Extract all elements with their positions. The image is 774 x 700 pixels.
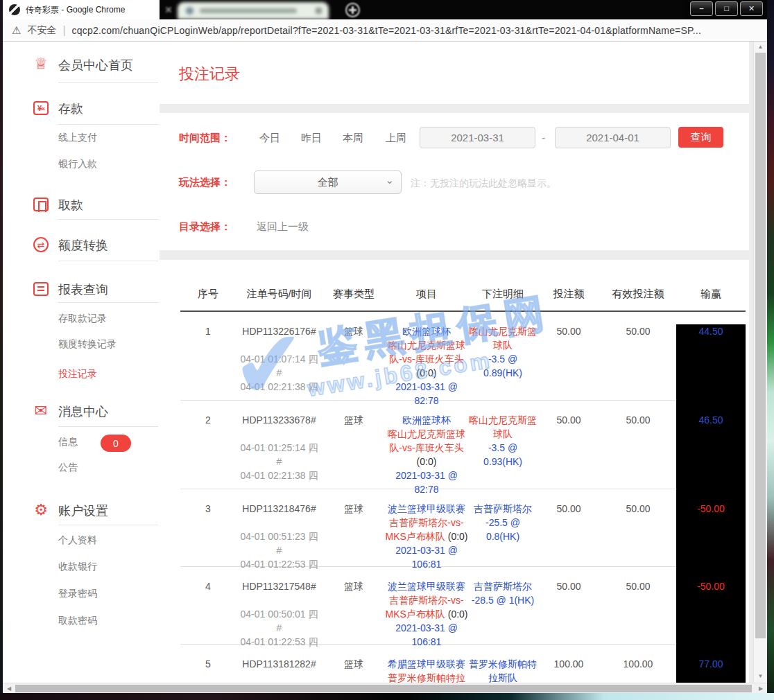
order-cell: HDP113181282# 03-31 23:34:41 三 <box>236 657 322 683</box>
url-field[interactable]: cqcp2.com/chuanQiCPLoginWeb/app/reportDe… <box>72 25 701 36</box>
row-index: 2 <box>180 413 236 489</box>
final-score: 2021-03-31 @ 82:78 <box>385 469 468 496</box>
play-select-dropdown[interactable]: 全部 ⌄ <box>254 170 402 194</box>
event-cell: 希腊篮球甲级联赛 普罗米修斯帕特拉斯队-vs-阿里斯 <box>385 657 468 683</box>
pick-team: 喀山尤尼克斯篮球队 <box>468 413 538 441</box>
horizontal-scroll-thumb[interactable] <box>15 685 752 692</box>
sidebar-item-profile[interactable]: 个人资料 <box>58 534 97 547</box>
bet-amount: 50.00 <box>538 579 600 644</box>
scroll-up-arrow-icon[interactable]: ▲ <box>754 42 767 52</box>
row-index: 3 <box>180 502 236 566</box>
blurred-tab-close-icon[interactable] <box>316 8 322 14</box>
sidebar-item-login-password[interactable]: 登录密码 <box>58 588 97 600</box>
query-button[interactable]: 查询 <box>678 127 723 148</box>
bet-time: 04-01 00:50:01 四 <box>236 607 322 621</box>
order-number: HDP113217548# <box>236 579 322 593</box>
crown-glyph: ♕ <box>34 55 48 73</box>
scroll-down-arrow-icon[interactable]: ▼ <box>754 671 767 681</box>
scroll-left-arrow-icon[interactable]: ◀ <box>4 683 14 693</box>
live-score: (0:0) <box>417 456 437 467</box>
time-separator: # <box>236 543 322 557</box>
messages-count-badge: 0 <box>101 435 131 452</box>
order-cell: HDP113217548# 04-01 00:50:01 四 # 04-01 0… <box>236 579 322 644</box>
maximize-button[interactable]: □ <box>715 1 738 16</box>
event-cell: 波兰篮球甲级联赛 吉普萨斯塔尔-vs-MKS卢布林队 (0:0) 2021-03… <box>385 502 468 566</box>
table-row: 5 HDP113181282# 03-31 23:34:41 三 篮球 希腊篮球… <box>180 645 746 683</box>
table-row: 4 HDP113217548# 04-01 00:50:01 四 # 04-01… <box>180 567 746 645</box>
odds-line: -3.5 @ 0.89(HK) <box>468 352 538 380</box>
quick-range-yesterday[interactable]: 昨日 <box>301 132 322 145</box>
row-index: 4 <box>180 579 236 644</box>
sidebar-item-withdraw[interactable]: 取款 <box>58 197 83 213</box>
valid-amount: 50.00 <box>600 502 676 566</box>
sidebar-item-deposit[interactable]: 存款 <box>58 100 83 117</box>
security-label[interactable]: 不安全 <box>27 24 56 37</box>
new-tab-button[interactable] <box>345 3 360 17</box>
sidebar-item-quota-convert-records[interactable]: 额度转换记录 <box>58 338 117 351</box>
win-loss-value: 77.00 <box>676 657 746 683</box>
sidebar-divider <box>58 426 158 427</box>
scroll-right-arrow-icon[interactable]: ▶ <box>756 683 766 693</box>
live-score: (0:0) <box>448 609 468 620</box>
bet-amount: 50.00 <box>538 324 600 400</box>
time-separator: # <box>236 366 322 380</box>
table-row: 3 HDP113218476# 04-01 00:51:23 四 # 04-01… <box>180 489 746 567</box>
order-number: HDP113233678# <box>236 413 322 427</box>
sidebar-item-deposit-withdraw-records[interactable]: 存取款记录 <box>58 313 107 325</box>
bet-detail-cell: 喀山尤尼克斯篮球队 -3.5 @ 0.89(HK) <box>468 324 538 400</box>
sidebar-item-online-payment[interactable]: 线上支付 <box>58 132 97 144</box>
quick-range-this-week[interactable]: 本周 <box>343 132 363 145</box>
final-score: 2021-03-31 @ 106:81 <box>385 621 468 649</box>
order-cell: HDP113233678# 04-01 01:25:14 四 # 04-01 0… <box>236 413 322 489</box>
horizontal-scrollbar[interactable]: ◀ ▶ <box>3 683 767 693</box>
pick-team: 普罗米修斯帕特拉斯队 <box>468 657 538 683</box>
sidebar-item-report-query[interactable]: 报表查询 <box>58 281 108 298</box>
event-cell: 波兰篮球甲级联赛 吉普萨斯塔尔-vs-MKS卢布林队 (0:0) 2021-03… <box>385 579 468 644</box>
sidebar-item-receiving-bank[interactable]: 收款银行 <box>58 561 97 573</box>
window-controls: – □ ✕ <box>690 1 763 16</box>
sidebar-item-withdraw-password[interactable]: 取款密码 <box>58 615 97 627</box>
address-bar: ⚠ 不安全 | cqcp2.com/chuanQiCPLoginWeb/app/… <box>3 19 767 42</box>
sidebar-item-announcements[interactable]: 公告 <box>58 462 78 474</box>
teams-line: 吉普萨斯塔尔-vs-MKS卢布林队 (0:0) <box>385 593 468 621</box>
col-win-loss: 输赢 <box>676 288 746 301</box>
vertical-scrollbar[interactable]: ▲ ▼ <box>753 42 767 683</box>
site-favicon-icon <box>9 4 20 15</box>
row-index: 5 <box>180 657 236 683</box>
teams-line: 普罗米修斯帕特拉斯队-vs-阿里斯 <box>385 671 468 683</box>
blurred-close-icon[interactable] <box>165 6 172 13</box>
order-number: HDP113181282# <box>236 657 322 671</box>
not-secure-warning-icon[interactable]: ⚠ <box>12 24 21 37</box>
bet-amount: 50.00 <box>538 502 600 566</box>
page-content: ♕ 会员中心首页 存款 线上支付 银行入款 取款 ⇄ 额度转换 报表查询 存取款… <box>3 42 767 693</box>
sidebar-item-bank-deposit[interactable]: 银行入款 <box>58 158 97 170</box>
gear-glyph: ⚙ <box>34 501 48 519</box>
sidebar-divider <box>58 525 158 525</box>
sidebar-item-member-home[interactable]: 会员中心首页 <box>58 57 133 73</box>
col-index: 序号 <box>180 288 236 301</box>
sidebar-divider <box>58 219 158 220</box>
live-score: (0:0) <box>417 367 437 378</box>
sidebar-item-messages[interactable]: 信息 <box>58 436 78 448</box>
row-index: 1 <box>180 324 236 400</box>
col-sport-type: 赛事类型 <box>322 288 385 301</box>
sidebar-item-account-settings[interactable]: 账户设置 <box>58 502 108 519</box>
vertical-scroll-thumb[interactable] <box>755 53 766 638</box>
sidebar-item-message-center[interactable]: 消息中心 <box>58 403 108 420</box>
sidebar-item-quota-convert[interactable]: 额度转换 <box>58 237 108 254</box>
table-row: 1 HDP113226176# 04-01 01:07:14 四 # 04-01… <box>180 312 746 401</box>
directory-back-link[interactable]: 返回上一级 <box>257 220 309 234</box>
final-score: 2021-03-31 @ 106:81 <box>385 543 468 571</box>
blurred-background-tab[interactable] <box>178 2 329 19</box>
date-to-input[interactable]: 2021-04-01 <box>555 127 671 148</box>
minimize-button[interactable]: – <box>690 1 713 16</box>
report-icon <box>32 280 50 298</box>
address-separator: | <box>62 24 65 37</box>
quick-range-last-week[interactable]: 上周 <box>386 132 406 145</box>
quick-range-today[interactable]: 今日 <box>259 132 280 145</box>
close-button[interactable]: ✕ <box>740 1 763 16</box>
sidebar-divider <box>58 302 158 303</box>
bet-detail-cell: 喀山尤尼克斯篮球队 -3.5 @ 0.93(HK) <box>468 413 538 489</box>
sidebar-item-bet-records[interactable]: 投注记录 <box>58 368 97 380</box>
date-from-input[interactable]: 2021-03-31 <box>420 127 535 148</box>
